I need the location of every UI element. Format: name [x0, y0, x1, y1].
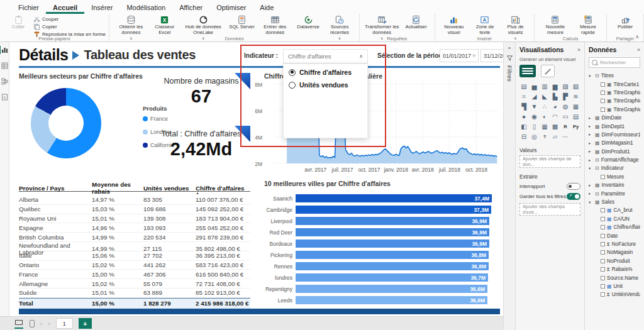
field-tree-item[interactable]: Date: [589, 231, 640, 239]
stacked-area-chart-icon[interactable]: ◣: [540, 92, 549, 101]
bar[interactable]: 36,6M: [296, 285, 487, 293]
field-checkbox[interactable]: [601, 242, 605, 246]
report-view-button[interactable]: [1, 46, 9, 54]
refresh-button[interactable]: Actualiser: [401, 14, 431, 31]
legend-item[interactable]: France: [143, 116, 174, 122]
field-tree-item[interactable]: ▣TitreGraphique1: [589, 89, 640, 97]
field-tree-item[interactable]: Source.Name: [589, 273, 640, 282]
r-script-visual-icon[interactable]: R: [561, 123, 570, 131]
bar[interactable]: 36,9M: [296, 228, 489, 236]
new-measure-button[interactable]: Nouvelle mesure: [538, 14, 573, 36]
keep-all-filters-toggle[interactable]: [567, 193, 580, 200]
field-tree-item[interactable]: ▸▦Inventaire: [589, 181, 640, 189]
chevron-down-icon[interactable]: ▾: [589, 74, 593, 79]
line-and-stacked-column-chart-icon[interactable]: ▙: [551, 92, 560, 101]
column-header[interactable]: Chiffre d'affaires: [196, 185, 250, 192]
bar-row[interactable]: Rennes36,8M: [256, 262, 495, 270]
total-revenue-value[interactable]: 2,42Md: [132, 139, 270, 160]
bar-row[interactable]: Leeds36,6M: [256, 296, 495, 304]
table-row[interactable]: British Columbia14,99 %220 534291 878 23…: [19, 233, 250, 242]
publish-button[interactable]: Publier: [610, 14, 640, 31]
table-row[interactable]: France15,00 %467 306616 500 840,00 €: [19, 270, 250, 279]
previous-page-icon[interactable]: ‹: [40, 321, 42, 327]
menu-tab-accueil[interactable]: Accueil: [46, 2, 84, 14]
field-tree-item[interactable]: ▾⊟Indicateur: [589, 164, 640, 172]
collapse-panel-icon[interactable]: »: [637, 47, 640, 53]
ribbon-chart-icon[interactable]: ≋: [572, 92, 580, 101]
field-checkbox[interactable]: [601, 91, 605, 95]
table-row[interactable]: Newfoundland and Labrador14,99 %27 11535…: [19, 242, 250, 251]
bar[interactable]: 36,9M: [296, 239, 489, 248]
sql-server-button[interactable]: SQL Server: [227, 14, 257, 31]
treemap-icon[interactable]: ▦: [572, 102, 580, 111]
excel-button[interactable]: XClasseur Excel: [150, 14, 180, 36]
field-checkbox[interactable]: [601, 99, 605, 103]
add-drillthrough-fields-well[interactable]: Ajouter des champs d'extr...: [519, 203, 580, 216]
bar[interactable]: 36,7M: [296, 273, 488, 282]
scissors-button[interactable]: Couper: [33, 16, 106, 23]
card-icon[interactable]: ▭: [561, 113, 570, 121]
field-checkbox[interactable]: [601, 175, 605, 179]
menu-tab-fichier[interactable]: Fichier: [11, 2, 46, 14]
field-checkbox[interactable]: [601, 107, 605, 112]
desktop-layout-icon[interactable]: [15, 320, 24, 327]
table-view-button[interactable]: [1, 62, 9, 70]
indicator-option-unites[interactable]: Unités vendues: [289, 81, 362, 89]
bar-row[interactable]: Bordeaux36,9M: [256, 239, 495, 248]
pie-chart-icon[interactable]: ◕: [551, 102, 560, 111]
bar-row[interactable]: Cambridge37,3M: [256, 206, 495, 214]
cross-report-toggle[interactable]: [567, 183, 580, 190]
field-checkbox[interactable]: [601, 259, 605, 263]
indicator-option-chiffre[interactable]: Chiffre d'affaires: [289, 69, 362, 76]
table-row[interactable]: Suède15,01 %63 88985 102 913,00 €: [19, 289, 250, 298]
chevron-down-icon[interactable]: ▾: [589, 166, 593, 171]
q-and-a-visual-icon[interactable]: ?: [540, 133, 549, 141]
chevron-right-icon[interactable]: ▸: [589, 191, 593, 196]
python-visual-icon[interactable]: Py: [572, 123, 580, 131]
format-visual-mode-icon[interactable]: [541, 65, 555, 77]
radio-selected-icon[interactable]: [289, 69, 296, 76]
bar[interactable]: 37,3M: [296, 206, 491, 214]
more-visuals-ellipsis-icon[interactable]: ⋯: [561, 133, 570, 141]
bar-row[interactable]: Repentigny36,6M: [256, 285, 495, 293]
dax-query-view-button[interactable]: fx: [1, 93, 9, 101]
table-icon[interactable]: ▦: [540, 123, 549, 131]
indicator-dropdown[interactable]: Chiffre d'affaires ∧: [283, 49, 368, 63]
bar-row[interactable]: Saanich37,4M: [256, 194, 495, 202]
field-tree-item[interactable]: ▸▦DimProduit1: [589, 148, 640, 156]
clustered-bar-chart-icon[interactable]: ▥: [540, 82, 549, 91]
hundred-percent-stacked-bar-chart-icon[interactable]: ▨: [561, 82, 570, 91]
field-tree-item[interactable]: ▦CA_brut: [589, 206, 640, 214]
field-tree-item[interactable]: ▦ChiffreAffairesFor...: [589, 223, 640, 231]
table-row[interactable]: Italie15,06 %27 70236 395 213,00 €: [19, 251, 250, 261]
period-start-input[interactable]: 01/01/2017: [440, 49, 479, 62]
multi-row-card-icon[interactable]: ▤: [572, 113, 580, 121]
column-header[interactable]: Moyenne des rabais: [92, 181, 143, 195]
table-row[interactable]: Alberta14,97 %83 305110 007 376,00 €: [19, 195, 250, 205]
shape-map-icon[interactable]: ◐: [540, 113, 549, 121]
search-input[interactable]: Rechercher: [589, 57, 640, 68]
column-header[interactable]: Unités vendues: [143, 185, 196, 192]
field-tree-item[interactable]: ▣TitreGraphique2: [589, 97, 640, 105]
chevron-right-icon[interactable]: ▸: [589, 116, 593, 121]
bar[interactable]: 37,4M: [296, 194, 492, 202]
column-header[interactable]: Province / Pays: [19, 185, 92, 192]
bar[interactable]: 36,8M: [296, 262, 489, 270]
line-chart-icon[interactable]: ≈: [519, 92, 528, 101]
store-count-value[interactable]: 67: [132, 86, 270, 107]
collapse-panel-icon[interactable]: »: [577, 47, 580, 53]
add-page-button[interactable]: +: [79, 318, 92, 329]
field-tree-item[interactable]: ΣRabais%: [589, 265, 640, 273]
map-icon[interactable]: ●: [519, 113, 528, 121]
field-tree-item[interactable]: NoMagasin: [589, 248, 640, 256]
funnel-chart-icon[interactable]: ▼: [530, 102, 539, 111]
field-tree-item[interactable]: ▦CA/UN: [589, 215, 640, 223]
build-visual-mode-icon[interactable]: [519, 65, 536, 77]
decomposition-tree-icon[interactable]: ⊟: [519, 133, 528, 141]
bar-row[interactable]: Liverpool36,9M: [256, 217, 495, 225]
field-tree-item[interactable]: ▾⊟Titres: [589, 72, 640, 80]
menu-tab-insérer[interactable]: Insérer: [84, 2, 119, 14]
table-row[interactable]: Allemagne15,02 %55 07972 731 408,00 €: [19, 279, 250, 289]
chevron-down-icon[interactable]: ▾: [589, 200, 593, 205]
field-checkbox[interactable]: [601, 284, 605, 289]
